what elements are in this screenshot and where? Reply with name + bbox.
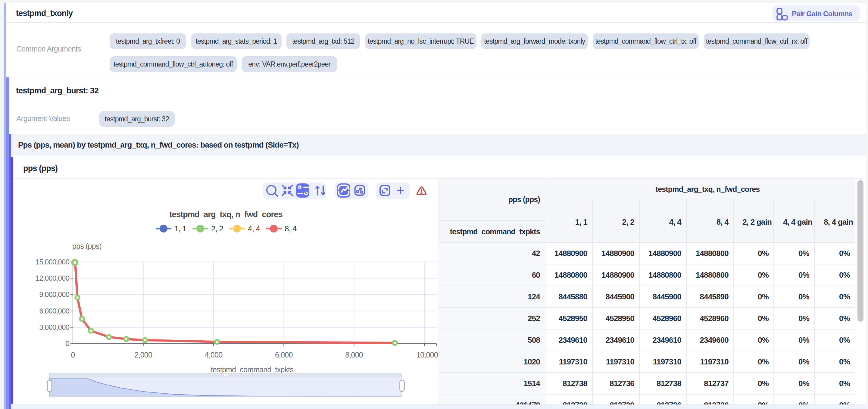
svg-text:8, 4: 8, 4: [285, 224, 297, 233]
svg-text:8,000: 8,000: [345, 351, 363, 359]
svg-text:12,000,000: 12,000,000: [35, 274, 69, 282]
svg-text:4,000: 4,000: [205, 351, 223, 359]
svg-text:6,000,000: 6,000,000: [39, 307, 69, 315]
svg-text:2,000: 2,000: [135, 351, 152, 359]
svg-text:9,000,000: 9,000,000: [39, 290, 69, 298]
svg-text:10,000: 10,000: [416, 351, 438, 359]
svg-text:3,000,000: 3,000,000: [39, 323, 69, 331]
svg-text:testpmd_command_txpkts: testpmd_command_txpkts: [211, 365, 293, 374]
svg-text:testpmd_arg_txq, n_fwd_cores: testpmd_arg_txq, n_fwd_cores: [169, 210, 282, 219]
svg-text:pps (pps): pps (pps): [72, 242, 101, 250]
svg-text:0: 0: [71, 351, 75, 359]
svg-text:0: 0: [65, 339, 69, 348]
svg-text:1, 1: 1, 1: [175, 224, 187, 233]
svg-text:15,000,000: 15,000,000: [35, 258, 69, 266]
svg-text:4, 4: 4, 4: [248, 224, 260, 233]
svg-text:2, 2: 2, 2: [211, 224, 223, 233]
svg-text:6,000: 6,000: [275, 351, 293, 359]
